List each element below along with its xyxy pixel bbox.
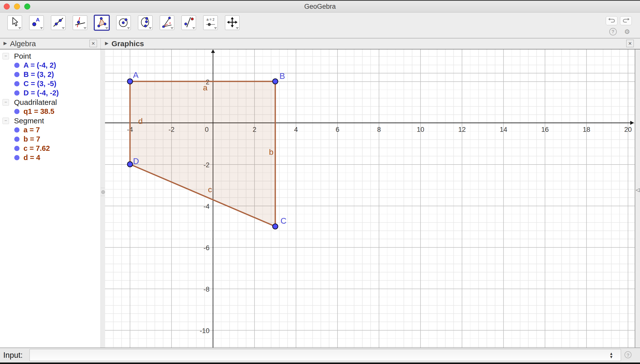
x-tick-label: 8 bbox=[377, 126, 381, 133]
settings-gear-icon[interactable]: ⚙ bbox=[624, 28, 630, 36]
algebra-section-header: − Point bbox=[0, 52, 101, 61]
visibility-dot-icon[interactable] bbox=[14, 136, 20, 142]
redo-button[interactable] bbox=[620, 16, 632, 25]
dropdown-caret-icon[interactable] bbox=[192, 27, 195, 29]
line-tool-icon bbox=[53, 17, 64, 29]
slider-tool-button[interactable]: a = 2 bbox=[203, 16, 218, 30]
undo-button[interactable] bbox=[606, 16, 617, 25]
x-tick-label: 18 bbox=[583, 126, 590, 133]
toolbar: A bbox=[0, 12, 640, 38]
panel-header-row: ▶ Algebra × ▶ Graphics × bbox=[0, 38, 640, 50]
splitter-handle-icon[interactable] bbox=[101, 190, 105, 194]
dropdown-caret-icon[interactable] bbox=[84, 27, 87, 29]
dropdown-caret-icon[interactable] bbox=[149, 27, 152, 29]
algebra-item-a[interactable]: a = 7 bbox=[0, 125, 101, 134]
dropdown-caret-icon[interactable] bbox=[236, 27, 239, 29]
algebra-item-b[interactable]: b = 7 bbox=[0, 134, 101, 144]
dropdown-caret-icon[interactable] bbox=[40, 27, 43, 29]
line-tool-button[interactable] bbox=[51, 16, 66, 30]
graphics-close-button[interactable]: × bbox=[626, 40, 634, 47]
visibility-dot-icon[interactable] bbox=[14, 155, 20, 160]
visibility-dot-icon[interactable] bbox=[14, 109, 20, 114]
visibility-dot-icon[interactable] bbox=[14, 90, 20, 96]
input-bar: Input: ▲▼ ? bbox=[0, 348, 640, 362]
toolbar-mini-icons: ? ⚙ bbox=[609, 28, 630, 36]
move-cursor-icon bbox=[9, 17, 20, 29]
x-tick-label: 20 bbox=[624, 126, 632, 133]
visibility-dot-icon[interactable] bbox=[14, 127, 20, 132]
item-value: B = (3, 2) bbox=[24, 70, 54, 79]
svg-text:A: A bbox=[36, 17, 40, 22]
graphics-disclosure-icon[interactable]: ▶ bbox=[105, 40, 108, 46]
algebra-item-D[interactable]: D = (-4, -2) bbox=[0, 88, 101, 98]
algebra-section-header: − Segment bbox=[0, 116, 101, 125]
right-collapse-strip[interactable]: ◁ bbox=[635, 49, 640, 348]
algebra-item-B[interactable]: B = (3, 2) bbox=[0, 70, 101, 79]
command-input-field[interactable] bbox=[30, 349, 621, 361]
graphics-canvas[interactable]: -4-2024681012141618202-2-4-6-8-10abcdABC… bbox=[105, 49, 635, 348]
x-tick-label: 4 bbox=[294, 126, 298, 133]
move-tool-button[interactable] bbox=[8, 16, 22, 30]
collapse-section-button[interactable]: − bbox=[3, 53, 9, 60]
collapse-section-button[interactable]: − bbox=[3, 99, 9, 106]
perpendicular-line-tool-button[interactable] bbox=[73, 16, 87, 30]
tool-buttons: A bbox=[8, 16, 240, 30]
point-label-B: B bbox=[280, 72, 285, 81]
panel-splitter[interactable] bbox=[101, 49, 106, 348]
dropdown-caret-icon[interactable] bbox=[62, 27, 65, 29]
quadrilateral-q1[interactable] bbox=[130, 82, 275, 226]
input-history-stepper-icon[interactable]: ▲▼ bbox=[609, 351, 614, 360]
algebra-close-button[interactable]: × bbox=[90, 40, 97, 47]
segment-label-b: b bbox=[269, 148, 274, 156]
dropdown-caret-icon[interactable] bbox=[105, 27, 108, 29]
reflect-tool-button[interactable] bbox=[181, 16, 196, 30]
dropdown-caret-icon[interactable] bbox=[214, 27, 217, 29]
point-B[interactable] bbox=[273, 79, 278, 84]
point-A[interactable] bbox=[127, 79, 133, 84]
x-tick-label: 12 bbox=[458, 126, 466, 133]
item-value: D = (-4, -2) bbox=[24, 89, 59, 97]
graphics-drawing: -4-2024681012141618202-2-4-6-8-10abcdABC… bbox=[105, 49, 635, 348]
polygon-tool-button[interactable] bbox=[94, 15, 110, 31]
conic-tool-icon bbox=[140, 17, 151, 29]
visibility-dot-icon[interactable] bbox=[14, 63, 20, 68]
point-label-C: C bbox=[281, 216, 287, 226]
collapse-left-arrow-icon[interactable]: ◁ bbox=[636, 187, 639, 193]
item-value: C = (3, -5) bbox=[24, 80, 56, 88]
point-D[interactable] bbox=[127, 162, 133, 167]
collapse-section-button[interactable]: − bbox=[3, 118, 9, 124]
move-graphics-tool-button[interactable] bbox=[225, 16, 240, 30]
dropdown-caret-icon[interactable] bbox=[170, 27, 173, 29]
algebra-item-c[interactable]: c = 7.62 bbox=[0, 144, 101, 153]
algebra-item-q1[interactable]: q1 = 38.5 bbox=[0, 107, 101, 116]
window-title: GeoGebra bbox=[0, 3, 640, 10]
help-icon[interactable]: ? bbox=[609, 28, 617, 36]
angle-tool-button[interactable]: α bbox=[160, 16, 174, 30]
input-label: Input: bbox=[3, 351, 23, 360]
algebra-item-C[interactable]: C = (3, -5) bbox=[0, 79, 101, 88]
algebra-item-d[interactable]: d = 4 bbox=[0, 153, 101, 162]
dropdown-caret-icon[interactable] bbox=[127, 27, 130, 29]
input-help-icon[interactable]: ? bbox=[624, 351, 631, 358]
algebra-disclosure-icon[interactable]: ▶ bbox=[4, 40, 7, 46]
item-value: A = (-4, 2) bbox=[24, 61, 56, 70]
dropdown-caret-icon[interactable] bbox=[18, 27, 21, 29]
algebra-item-A[interactable]: A = (-4, 2) bbox=[0, 61, 101, 70]
visibility-dot-icon[interactable] bbox=[14, 72, 20, 77]
svg-text:a = 2: a = 2 bbox=[206, 18, 215, 22]
polygon-tool-icon bbox=[96, 17, 107, 29]
point-label-D: D bbox=[133, 156, 139, 166]
conic-tool-button[interactable] bbox=[138, 16, 152, 30]
point-C[interactable] bbox=[273, 224, 278, 229]
algebra-list: − Point A = (-4, 2) B = (3, 2) C = (3, -… bbox=[0, 49, 101, 162]
point-tool-button[interactable]: A bbox=[29, 16, 44, 30]
circle-tool-button[interactable] bbox=[116, 16, 131, 30]
y-tick-label: -10 bbox=[200, 327, 209, 334]
perpendicular-line-tool-icon bbox=[75, 17, 86, 29]
angle-tool-icon: α bbox=[161, 17, 172, 29]
item-value: b = 7 bbox=[24, 135, 40, 143]
segment-label-d: d bbox=[138, 116, 143, 126]
visibility-dot-icon[interactable] bbox=[14, 146, 20, 151]
circle-tool-icon bbox=[118, 17, 129, 29]
visibility-dot-icon[interactable] bbox=[14, 81, 20, 86]
